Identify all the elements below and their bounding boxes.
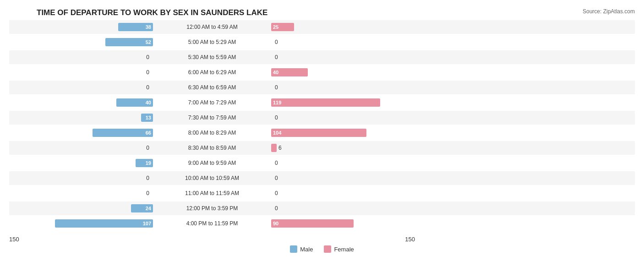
male-bar: 24 [131, 204, 153, 212]
female-bar: 6 [271, 144, 277, 152]
male-bar-value: 13 [146, 115, 151, 120]
female-zero-label: 0 [275, 114, 278, 121]
male-zero-label: 0 [146, 175, 149, 181]
female-bar: 104 [271, 129, 366, 137]
bar-row: 3812:00 AM to 4:59 AM25 [9, 20, 635, 34]
female-bar-value: 40 [273, 70, 278, 75]
left-section: 0 [9, 50, 156, 64]
male-bar-value: 66 [146, 130, 151, 136]
time-label: 6:30 AM to 6:59 AM [156, 84, 268, 91]
bar-row: 08:30 AM to 8:59 AM6 [9, 141, 635, 155]
female-bar-value: 119 [273, 100, 281, 105]
axis-row: 150 150 [9, 234, 635, 244]
right-section: 6 [268, 141, 415, 155]
legend-male-label: Male [300, 246, 313, 253]
legend-female-label: Female [334, 246, 354, 253]
right-section: 0 [268, 186, 415, 200]
female-zero-label: 0 [275, 39, 278, 45]
time-label: 6:00 AM to 6:29 AM [156, 69, 268, 76]
left-section: 107 [9, 217, 156, 230]
left-section: 40 [9, 96, 156, 109]
time-label: 11:00 AM to 11:59 AM [156, 190, 268, 196]
chart-title: TIME OF DEPARTURE TO WORK BY SEX IN SAUN… [9, 8, 635, 17]
male-bar: 40 [116, 98, 153, 107]
female-bar: 25 [271, 23, 294, 31]
male-bar-value: 40 [146, 100, 151, 105]
right-section: 0 [268, 171, 415, 185]
left-section: 0 [9, 186, 156, 200]
left-section: 13 [9, 111, 156, 125]
male-bar: 19 [136, 159, 153, 167]
left-section: 19 [9, 156, 156, 170]
time-label: 7:00 AM to 7:29 AM [156, 99, 268, 106]
left-section: 0 [9, 81, 156, 94]
time-label: 5:00 AM to 5:29 AM [156, 39, 268, 45]
bar-row: 668:00 AM to 8:29 AM104 [9, 126, 635, 140]
female-bar: 119 [271, 98, 380, 107]
female-zero-label: 0 [275, 190, 278, 196]
bar-row: 05:30 AM to 5:59 AM0 [9, 50, 635, 64]
female-zero-label: 0 [275, 205, 278, 212]
male-bar-value: 24 [146, 206, 151, 211]
axis-right-label: 150 [405, 236, 415, 243]
male-bar: 66 [93, 129, 153, 137]
right-section: 0 [268, 81, 415, 94]
bar-row: 011:00 AM to 11:59 AM0 [9, 186, 635, 200]
left-section: 66 [9, 126, 156, 140]
male-zero-label: 0 [146, 69, 149, 76]
female-zero-label: 0 [275, 175, 278, 181]
axis-left: 150 [9, 236, 156, 243]
axis-right: 150 [268, 236, 415, 243]
bar-row: 06:30 AM to 6:59 AM0 [9, 81, 635, 94]
left-section: 0 [9, 171, 156, 185]
right-section: 90 [268, 217, 415, 230]
right-section: 40 [268, 65, 415, 79]
time-label: 4:00 PM to 11:59 PM [156, 220, 268, 227]
bar-row: 525:00 AM to 5:29 AM0 [9, 35, 635, 49]
male-zero-label: 0 [146, 145, 149, 151]
left-section: 0 [9, 65, 156, 79]
time-label: 8:00 AM to 8:29 AM [156, 130, 268, 136]
right-section: 0 [268, 201, 415, 215]
left-section: 24 [9, 201, 156, 215]
source-text: Source: ZipAtlas.com [583, 8, 635, 15]
chart-container: TIME OF DEPARTURE TO WORK BY SEX IN SAUN… [0, 0, 644, 272]
legend-female: Female [324, 245, 354, 253]
male-bar: 107 [55, 219, 153, 228]
legend-male-box [290, 245, 297, 253]
right-section: 0 [268, 156, 415, 170]
time-label: 10:00 AM to 10:59 AM [156, 175, 268, 181]
female-bar: 40 [271, 68, 308, 76]
time-label: 5:30 AM to 5:59 AM [156, 54, 268, 60]
time-label: 12:00 AM to 4:59 AM [156, 24, 268, 30]
right-section: 0 [268, 35, 415, 49]
male-zero-label: 0 [146, 84, 149, 91]
left-section: 38 [9, 20, 156, 34]
female-bar-value: 90 [273, 221, 278, 226]
female-bar-value-outside: 6 [277, 145, 282, 151]
bar-row: 137:30 AM to 7:59 AM0 [9, 111, 635, 125]
right-section: 0 [268, 50, 415, 64]
male-bar-value: 19 [146, 160, 151, 166]
male-zero-label: 0 [146, 190, 149, 196]
male-bar-value: 38 [146, 24, 151, 30]
chart-area: 3812:00 AM to 4:59 AM25525:00 AM to 5:29… [9, 20, 635, 232]
female-zero-label: 0 [275, 84, 278, 91]
male-bar-value: 107 [143, 221, 151, 226]
time-label: 9:00 AM to 9:59 AM [156, 160, 268, 166]
bar-row: 06:00 AM to 6:29 AM40 [9, 65, 635, 79]
female-bar: 90 [271, 219, 354, 228]
left-section: 0 [9, 141, 156, 155]
right-section: 104 [268, 126, 415, 140]
legend-female-box [324, 245, 331, 253]
time-label: 7:30 AM to 7:59 AM [156, 114, 268, 121]
time-label: 8:30 AM to 8:59 AM [156, 145, 268, 151]
female-bar-value: 104 [273, 130, 281, 136]
right-section: 0 [268, 111, 415, 125]
bar-row: 1074:00 PM to 11:59 PM90 [9, 217, 635, 230]
bar-row: 199:00 AM to 9:59 AM0 [9, 156, 635, 170]
bar-row: 407:00 AM to 7:29 AM119 [9, 96, 635, 109]
left-section: 52 [9, 35, 156, 49]
female-zero-label: 0 [275, 160, 278, 166]
right-section: 25 [268, 20, 415, 34]
